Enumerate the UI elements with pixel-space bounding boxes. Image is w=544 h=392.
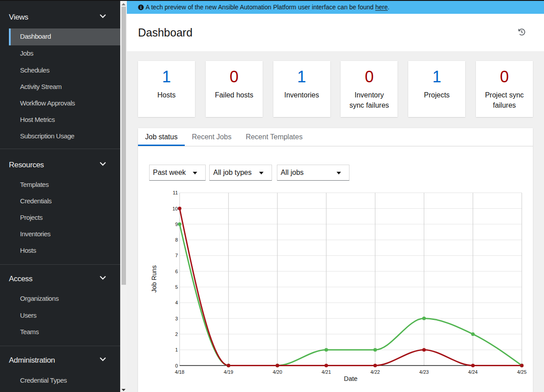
svg-text:4/24: 4/24: [468, 369, 478, 375]
svg-text:4/18: 4/18: [175, 369, 184, 375]
svg-text:4/19: 4/19: [224, 369, 233, 375]
svg-text:11: 11: [173, 190, 178, 195]
svg-text:4/22: 4/22: [370, 369, 380, 375]
svg-text:4/23: 4/23: [419, 369, 429, 375]
svg-text:1: 1: [175, 347, 178, 352]
svg-text:4/20: 4/20: [272, 369, 282, 375]
svg-text:10: 10: [172, 206, 178, 211]
svg-text:4/21: 4/21: [321, 369, 331, 375]
svg-text:9: 9: [175, 222, 178, 227]
svg-text:4: 4: [175, 300, 178, 305]
svg-text:0: 0: [175, 363, 178, 368]
svg-text:Job Runs: Job Runs: [151, 265, 158, 292]
svg-text:Date: Date: [344, 375, 357, 382]
svg-text:8: 8: [175, 237, 178, 242]
svg-text:5: 5: [175, 284, 178, 290]
svg-text:6: 6: [175, 269, 178, 274]
svg-text:4/25: 4/25: [517, 369, 526, 375]
svg-text:7: 7: [175, 253, 178, 258]
svg-text:3: 3: [175, 316, 178, 321]
svg-text:2: 2: [175, 331, 178, 337]
